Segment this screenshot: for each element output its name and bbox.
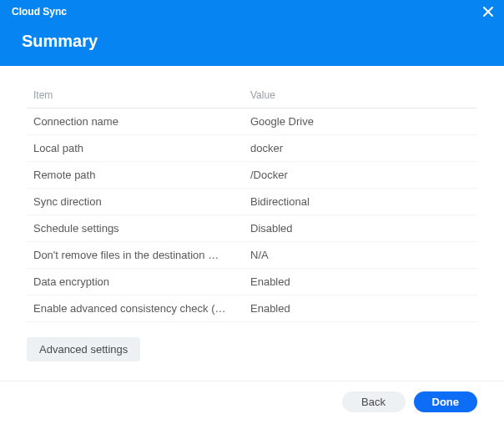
table-row: Local path docker	[27, 135, 477, 162]
row-value: Disabled	[244, 215, 477, 242]
row-value: N/A	[244, 242, 477, 269]
cloud-sync-window: Cloud Sync Summary Item Value Connection…	[0, 0, 504, 424]
advanced-settings-button[interactable]: Advanced settings	[27, 337, 140, 361]
footer: Back Done	[0, 381, 504, 424]
row-value: Enabled	[244, 295, 477, 322]
row-value: docker	[244, 135, 477, 162]
col-item: Item	[27, 83, 244, 109]
table-row: Remote path /Docker	[27, 162, 477, 189]
col-value: Value	[244, 83, 477, 109]
row-value: Google Drive	[244, 109, 477, 135]
table-row: Schedule settings Disabled	[27, 215, 477, 242]
row-value: Bidirectional	[244, 189, 477, 215]
row-item: Schedule settings	[27, 215, 244, 242]
close-icon[interactable]	[481, 4, 496, 19]
row-item: Don't remove files in the destination …	[27, 242, 244, 269]
page-title: Summary	[0, 23, 504, 66]
row-item: Remote path	[27, 162, 244, 189]
back-button[interactable]: Back	[342, 391, 406, 412]
table-row: Enable advanced consistency check (… Ena…	[27, 295, 477, 322]
table-row: Don't remove files in the destination … …	[27, 242, 477, 269]
table-row: Sync direction Bidirectional	[27, 189, 477, 215]
window-title: Cloud Sync	[12, 6, 67, 18]
summary-table: Item Value Connection name Google Drive …	[27, 83, 477, 322]
done-button[interactable]: Done	[414, 391, 478, 412]
row-value: Enabled	[244, 269, 477, 295]
row-item: Connection name	[27, 109, 244, 135]
header: Cloud Sync Summary	[0, 0, 504, 66]
advanced-settings-wrap: Advanced settings	[27, 337, 477, 361]
row-item: Enable advanced consistency check (…	[27, 295, 244, 322]
row-item: Sync direction	[27, 189, 244, 215]
titlebar: Cloud Sync	[0, 0, 504, 23]
row-item: Local path	[27, 135, 244, 162]
table-header-row: Item Value	[27, 83, 477, 109]
row-item: Data encryption	[27, 269, 244, 295]
table-row: Connection name Google Drive	[27, 109, 477, 135]
body: Item Value Connection name Google Drive …	[0, 66, 504, 381]
row-value: /Docker	[244, 162, 477, 189]
table-row: Data encryption Enabled	[27, 269, 477, 295]
